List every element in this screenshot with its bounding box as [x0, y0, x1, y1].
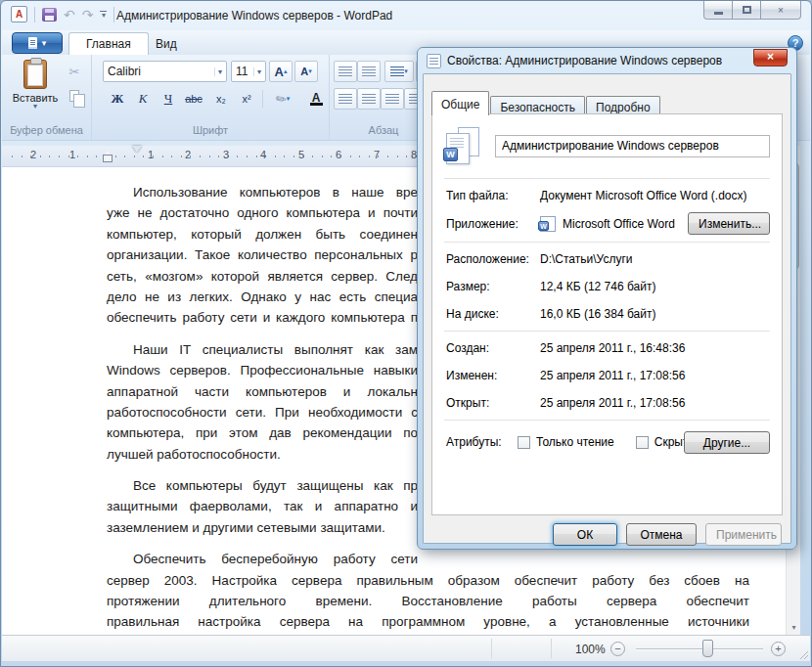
- wordpad-menu-button[interactable]: ▾: [12, 32, 63, 54]
- dialog-body: ОбщиеБезопасностьПодробноПредыдущие верс…: [423, 73, 791, 544]
- font-size-combo[interactable]: 11 ▾: [231, 61, 266, 82]
- divider: [444, 242, 770, 243]
- clipboard-icon: [23, 60, 47, 89]
- align-center-button[interactable]: [357, 88, 381, 110]
- grow-font-button[interactable]: A▴: [269, 61, 293, 82]
- copy-button[interactable]: [65, 86, 84, 105]
- doc-line: защитными фаерволами, так и аппаратно и: [107, 496, 418, 516]
- divider: [444, 178, 770, 179]
- word-app-icon: W: [540, 216, 556, 232]
- close-button[interactable]: ×: [760, 1, 801, 20]
- titlebar: A ↶ ↷ ▾ Администрирование Windows сервер…: [1, 1, 811, 30]
- first-line-indent-marker[interactable]: [132, 146, 142, 153]
- scroll-down-icon[interactable]: ▾: [787, 620, 801, 635]
- paragraph: Обеспечить бесперебойную работу сети сер…: [107, 549, 749, 635]
- tab-general[interactable]: Общие: [431, 91, 489, 115]
- attributes-label: Атрибуты:: [446, 435, 518, 449]
- customize-qat-dropdown-icon[interactable]: ▾: [100, 11, 107, 18]
- apply-button-disabled: Применить: [705, 523, 782, 546]
- change-button[interactable]: Изменить...: [688, 212, 770, 235]
- font-family-combo[interactable]: Calibri ▾: [103, 61, 227, 82]
- align-right-icon: [385, 94, 399, 105]
- readonly-checkbox[interactable]: [518, 436, 530, 449]
- divider: [262, 90, 263, 108]
- cut-button[interactable]: ✂: [65, 63, 84, 81]
- paste-button[interactable]: Вставить ▾: [14, 60, 57, 120]
- clipboard-group-label: Буфер обмена: [2, 124, 91, 136]
- advanced-button[interactable]: Другие...: [684, 431, 770, 454]
- opened-label: Открыт:: [446, 396, 540, 410]
- doc-line: дело не из легких. Однако у нас есть спе…: [107, 287, 418, 307]
- attributes-row: Атрибуты: Только чтение Скрытый Другие..…: [432, 423, 782, 456]
- list-button[interactable]: ▾: [384, 61, 414, 82]
- decrease-indent-button[interactable]: [334, 61, 357, 82]
- word-document-icon: W: [446, 127, 479, 164]
- doc-line: сеть, «мозгом» которой является сервер. …: [107, 266, 418, 287]
- created-label: Создан:: [446, 341, 540, 355]
- zoom-slider-handle[interactable]: [702, 640, 713, 657]
- general-tab-page: W Тип файла: Документ Microsoft Office W…: [431, 113, 783, 515]
- doc-line: компьютер, который должен быть соединен: [107, 224, 418, 245]
- font-color-button[interactable]: A: [301, 88, 331, 110]
- wordpad-app-icon[interactable]: A: [11, 6, 27, 22]
- superscript-button[interactable]: x²: [235, 88, 258, 110]
- ok-button[interactable]: ОК: [553, 523, 617, 546]
- file-type-label: Тип файла:: [446, 189, 540, 202]
- location-value: D:\Статьи\Услуги: [540, 252, 632, 266]
- dialog-title: Свойства: Администрирование Windows серв…: [447, 54, 722, 67]
- doc-line: правильная настройка сервера на программ…: [107, 611, 749, 632]
- resize-grip[interactable]: [798, 649, 808, 659]
- highlight-color-button[interactable]: ✎ ▾: [268, 88, 297, 110]
- align-left-button[interactable]: [334, 88, 357, 110]
- size-on-disk-label: На диске:: [446, 307, 540, 321]
- redo-icon[interactable]: ↷: [82, 8, 94, 22]
- filename-input[interactable]: [495, 135, 770, 157]
- dialog-close-button[interactable]: ×: [753, 49, 788, 67]
- save-icon[interactable]: [42, 8, 57, 22]
- increase-indent-icon: [362, 67, 376, 77]
- divider: [491, 639, 492, 658]
- chevron-down-icon: ▾: [404, 67, 408, 75]
- subscript-button[interactable]: x₂: [209, 88, 233, 110]
- font-family-value: Calibri: [108, 65, 141, 78]
- zoom-slider-track[interactable]: [636, 648, 763, 650]
- shrink-font-button[interactable]: A▾: [294, 61, 318, 82]
- word-letter: W: [443, 148, 458, 161]
- tab-home[interactable]: Главная: [68, 32, 149, 55]
- doc-line: аппаратной части компьютеров и локальн: [107, 381, 418, 402]
- ruler-number: 2: [183, 149, 193, 160]
- bold-button[interactable]: Ж: [106, 88, 129, 110]
- tab-view[interactable]: Вид: [139, 32, 194, 55]
- window-title: Администрирование Windows серверов - Wor…: [116, 9, 392, 22]
- doc-line: организации. Такое количество персональн…: [107, 245, 418, 265]
- caption-buttons: ×: [704, 1, 801, 20]
- cancel-button[interactable]: Отмена: [626, 523, 697, 546]
- minimize-button[interactable]: [703, 1, 733, 20]
- opens-with-label: Приложение:: [446, 217, 540, 231]
- increase-indent-button[interactable]: [357, 61, 381, 82]
- created-row: Создан: 25 апреля 2011 г., 16:48:36: [432, 334, 782, 362]
- doc-line: Использование компьютеров в наше вре: [107, 182, 418, 202]
- left-indent-marker[interactable]: [103, 155, 113, 162]
- strikethrough-button[interactable]: abc: [182, 88, 205, 110]
- doc-line: обеспечить работу сети и каждого компьют…: [107, 307, 418, 328]
- shrink-font-glyph: A: [300, 66, 308, 77]
- ruler-number: 2: [28, 149, 38, 160]
- undo-icon[interactable]: ↶: [64, 8, 75, 22]
- italic-button[interactable]: К: [131, 88, 155, 110]
- align-right-button[interactable]: [381, 88, 404, 110]
- modified-row: Изменен: 25 апреля 2011 г., 17:08:56: [432, 362, 782, 389]
- clipboard-group: Вставить ▾ ✂ Буфер обмена: [2, 55, 92, 140]
- align-center-icon: [362, 94, 376, 105]
- doc-line: Windows серверов. Профессиональные навык…: [107, 360, 418, 380]
- opens-with-row: Приложение: W Microsoft Office Word Изме…: [432, 209, 782, 239]
- underline-button[interactable]: Ч: [157, 88, 180, 110]
- zoom-in-button[interactable]: +: [771, 642, 786, 656]
- doc-line: работоспособности сети. При необходимост…: [107, 402, 418, 422]
- wordpad-window: A ↶ ↷ ▾ Администрирование Windows сервер…: [0, 0, 812, 667]
- maximize-button[interactable]: [732, 1, 761, 20]
- font-group-label: Шрифт: [92, 124, 329, 136]
- hidden-checkbox[interactable]: [636, 436, 649, 449]
- zoom-out-button[interactable]: −: [610, 642, 625, 656]
- readonly-label: Только чтение: [536, 435, 614, 449]
